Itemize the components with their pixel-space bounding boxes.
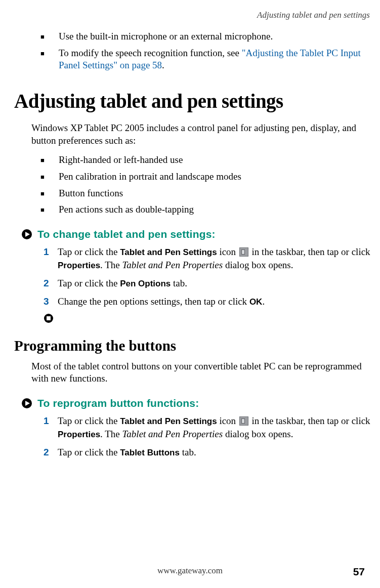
step-text: Tap or click the bbox=[58, 415, 120, 426]
list-item: Pen actions such as double-tapping bbox=[40, 203, 372, 216]
svg-rect-3 bbox=[47, 316, 51, 320]
footer-url: www.gateway.com bbox=[0, 566, 380, 576]
play-arrow-icon bbox=[21, 398, 32, 409]
intro-bullet-list: Use the built-in microphone or an extern… bbox=[14, 30, 372, 72]
step-item: Tap or click the Pen Options tab. bbox=[44, 277, 372, 290]
ui-element: Tablet and Pen Settings bbox=[120, 416, 217, 426]
step-text: Tap or click the bbox=[58, 447, 120, 457]
tablet-pen-settings-icon bbox=[239, 416, 248, 426]
page: Adjusting tablet and pen settings Use th… bbox=[0, 0, 380, 588]
list-item: To modify the speech recognition functio… bbox=[40, 47, 372, 72]
section-heading: Adjusting tablet and pen settings bbox=[14, 90, 372, 113]
bullet-text: Button functions bbox=[59, 188, 123, 198]
step-item: Change the pen options settings, then ta… bbox=[44, 295, 372, 308]
procedure-header: To reprogram button functions: bbox=[21, 397, 372, 409]
step-text: Tap or click the bbox=[58, 246, 120, 257]
procedure-steps: Tap or click the Tablet and Pen Settings… bbox=[14, 414, 372, 459]
step-text: . The bbox=[100, 429, 122, 439]
step-text: . bbox=[262, 296, 265, 307]
step-item: Tap or click the Tablet and Pen Settings… bbox=[44, 245, 372, 272]
step-text: Change the pen options settings, then ta… bbox=[58, 296, 249, 307]
bullet-text-after: . bbox=[162, 60, 164, 70]
bullet-text: To modify the speech recognition functio… bbox=[59, 48, 242, 58]
step-text: dialog box opens. bbox=[223, 260, 293, 270]
subsection-heading: Programming the buttons bbox=[14, 338, 372, 354]
ui-element: Properties bbox=[58, 261, 100, 270]
step-text: tab. bbox=[180, 447, 196, 457]
list-item: Pen calibration in portrait and landscap… bbox=[40, 171, 372, 183]
step-text: Tap or click the bbox=[58, 278, 120, 288]
ui-element: OK bbox=[249, 297, 263, 307]
bullet-text: Pen actions such as double-tapping bbox=[59, 204, 194, 215]
ui-element: Pen Options bbox=[120, 279, 171, 288]
play-arrow-icon bbox=[21, 229, 32, 240]
step-text: dialog box opens. bbox=[223, 429, 293, 439]
bullet-text: Right-handed or left-handed use bbox=[59, 154, 183, 165]
step-item: Tap or click the Tablet Buttons tab. bbox=[44, 446, 372, 459]
list-item: Use the built-in microphone or an extern… bbox=[40, 30, 372, 43]
step-text: icon bbox=[217, 415, 238, 426]
feature-bullet-list: Right-handed or left-handed use Pen cali… bbox=[14, 154, 372, 216]
list-item: Right-handed or left-handed use bbox=[40, 154, 372, 166]
section-intro: Windows XP Tablet PC 2005 includes a con… bbox=[31, 122, 372, 147]
ui-element: Tablet and Pen Settings bbox=[120, 247, 217, 257]
bullet-text: Use the built-in microphone or an extern… bbox=[59, 31, 273, 41]
subsection-intro: Most of the tablet control buttons on yo… bbox=[31, 360, 372, 385]
list-item: Button functions bbox=[40, 187, 372, 200]
step-text: in the taskbar, then tap or click bbox=[249, 415, 370, 426]
procedure-header: To change tablet and pen settings: bbox=[21, 228, 372, 240]
bullet-text: Pen calibration in portrait and landscap… bbox=[59, 171, 241, 182]
ui-element: Tablet Buttons bbox=[120, 448, 180, 457]
procedure-steps: Tap or click the Tablet and Pen Settings… bbox=[14, 245, 372, 308]
step-text: in the taskbar, then tap or click bbox=[249, 246, 370, 257]
step-text: icon bbox=[217, 246, 238, 257]
stop-icon bbox=[44, 313, 54, 323]
step-item: Tap or click the Tablet and Pen Settings… bbox=[44, 414, 372, 441]
ui-element: Properties bbox=[58, 430, 100, 439]
procedure-title: To reprogram button functions: bbox=[37, 397, 199, 409]
step-text: tab. bbox=[171, 278, 187, 288]
step-text: . The bbox=[100, 260, 122, 270]
running-head: Adjusting tablet and pen settings bbox=[14, 10, 372, 20]
procedure-title: To change tablet and pen settings: bbox=[37, 228, 216, 240]
dialog-name: Tablet and Pen Properties bbox=[122, 260, 223, 270]
tablet-pen-settings-icon bbox=[239, 247, 248, 257]
page-number: 57 bbox=[353, 566, 365, 578]
dialog-name: Tablet and Pen Properties bbox=[122, 429, 223, 439]
